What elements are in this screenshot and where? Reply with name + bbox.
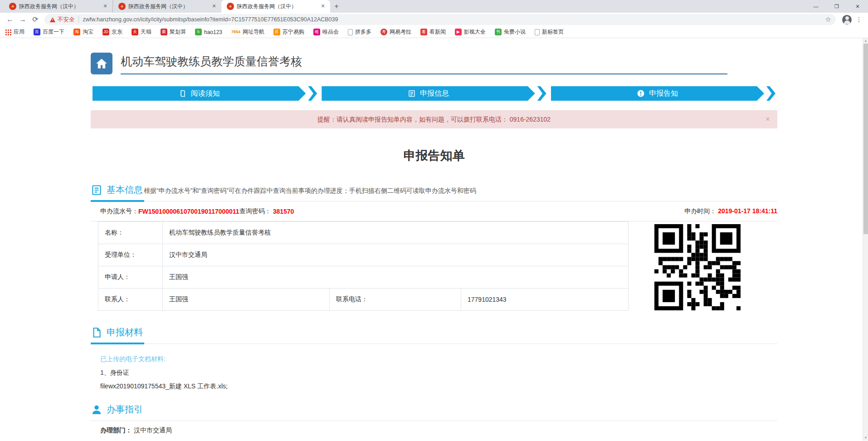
bookmark-item[interactable]: JD 京东: [102, 28, 122, 36]
profile-avatar[interactable]: [842, 15, 852, 24]
tab-close-icon[interactable]: ×: [319, 3, 327, 10]
bookmark-item[interactable]: h hao123: [195, 29, 222, 35]
browser-tab[interactable]: ★ 陕西政务服务网（汉中） ×: [221, 0, 330, 13]
tab-title: 陕西政务服务网（汉中）: [237, 3, 317, 10]
uploaded-materials-title: 已上传的电子文档材料:: [100, 355, 777, 363]
step-read-notice[interactable]: 阅读须知: [93, 86, 317, 101]
table-cell: 王国强: [163, 266, 629, 289]
alert-text: 提醒：请认真阅读申报告知单内容，如有问题，可以拨打联系电话： 0916-2623…: [317, 116, 551, 123]
bookmark-label: hao123: [204, 29, 222, 35]
table-cell: 王国强: [163, 289, 330, 311]
material-item: 1、身份证: [100, 369, 777, 377]
new-tab-button[interactable]: +: [330, 0, 343, 13]
bookmark-item[interactable]: 百 百度一下: [34, 28, 64, 36]
home-icon[interactable]: [91, 53, 112, 74]
table-cell: 联系电话：: [330, 289, 461, 311]
bookmark-label: 新标签页: [542, 28, 564, 36]
step-label: 阅读须知: [191, 89, 220, 98]
step-declare-info[interactable]: 申报信息: [322, 86, 546, 101]
table-cell: 机动车驾驶教练员教学质量信誉考核: [163, 222, 629, 244]
bookmark-item[interactable]: ▶ 影视大全: [455, 28, 486, 36]
reminder-alert: 提醒：请认真阅读申报告知单内容，如有问题，可以拨打联系电话： 0916-2623…: [91, 110, 777, 128]
tab-close-icon[interactable]: ×: [210, 3, 218, 10]
materials-list: 1、身份证filewx20190109175543_新建 XLS 工作表.xls…: [91, 369, 777, 391]
scroll-up-icon[interactable]: ▲: [863, 38, 868, 44]
reload-icon[interactable]: ⟳: [29, 13, 42, 26]
table-cell: 17791021343: [461, 289, 629, 311]
maximize-button[interactable]: ❐: [826, 0, 847, 13]
menu-dots-icon[interactable]: ⋮: [853, 13, 864, 26]
bookmark-favicon: ▶: [455, 29, 462, 35]
section-title: 申报材料: [107, 326, 143, 338]
materials-section-header: 申报材料: [91, 326, 777, 344]
bookmark-favicon: JD: [102, 29, 109, 35]
tab-title: 陕西政务服务网（汉中）: [128, 3, 208, 10]
tab-close-icon[interactable]: ×: [102, 3, 109, 10]
apply-time-label: 申办时间：: [684, 207, 716, 215]
scroll-down-icon[interactable]: ▼: [863, 435, 868, 441]
bookmark-favicon: 天: [132, 29, 138, 35]
table-row: 联系人： 王国强 联系电话： 17791021343: [98, 289, 629, 311]
bookmark-item[interactable]: 淘 淘宝: [73, 28, 93, 36]
bookmark-item[interactable]: 天 天猫: [132, 28, 151, 36]
security-warning-icon[interactable]: [50, 17, 55, 22]
bookmark-favicon: 百: [34, 29, 40, 35]
security-warning-label[interactable]: 不安全: [58, 16, 75, 24]
table-row: 名称： 机动车驾驶教练员教学质量信誉考核: [98, 222, 629, 244]
bookmark-item[interactable]: 看 看新闻: [420, 28, 446, 36]
exclamation-circle-icon: [637, 89, 645, 98]
step-label: 申报信息: [420, 89, 449, 98]
table-row: 受理单位： 汉中市交通局: [98, 244, 629, 266]
browser-tab[interactable]: ★ 陕西政务服务网（汉中） ×: [4, 0, 112, 13]
url-input[interactable]: 不安全 zwfw.hanzhong.gov.cn/icity/icity/sub…: [44, 14, 836, 25]
bookmark-label: 聚划算: [170, 28, 186, 36]
active-underline: [91, 343, 144, 344]
serial-label: 申办流水号：: [100, 207, 138, 216]
step-declare-notice[interactable]: 申报告知: [551, 86, 775, 101]
bookmark-item[interactable]: 考 网易考拉: [380, 28, 411, 36]
guide-section-header: 办事指引: [91, 403, 777, 421]
forward-icon[interactable]: →: [16, 13, 29, 26]
bookmark-item[interactable]: 聚 聚划算: [161, 28, 186, 36]
bookmark-favicon: [535, 29, 540, 35]
bookmark-item[interactable]: 应用: [5, 28, 24, 36]
bookmark-item[interactable]: 新标签页: [535, 28, 564, 36]
bookmark-label: 免费小说: [504, 28, 526, 36]
scrollbar-thumb[interactable]: [863, 44, 868, 234]
bookmark-label: 拼多多: [355, 28, 371, 36]
bookmark-label: 网易考拉: [390, 28, 411, 36]
bookmark-item[interactable]: 书 免费小说: [495, 28, 526, 36]
document-title: 申报告知单: [91, 147, 777, 164]
guide-label: 办理部门：: [100, 426, 132, 434]
back-icon[interactable]: ←: [4, 13, 16, 26]
window-controls: — ❐ ✕: [805, 0, 868, 13]
guide-list: 办理部门： 汉中市交通局 工作时间： 正常工作日内。夏季（7-8月）：8:00-…: [91, 426, 777, 441]
bookmark-label: 影视大全: [464, 28, 486, 36]
bookmark-item[interactable]: 拼多多: [348, 28, 371, 36]
basic-info-section-header: 基本信息 根据“申办流水号”和“查询密码”可在办件跟踪中查询当前事项的办理进度；…: [91, 184, 777, 201]
bookmark-item[interactable]: 7654 网址导航: [231, 28, 264, 36]
tab-bar: ★ 陕西政务服务网（汉中） × ★ 陕西政务服务网（汉中） × ★ 陕西政务服务…: [0, 0, 868, 13]
bookmark-star-icon[interactable]: ☆: [825, 15, 831, 24]
bookmark-label: 苏宁易购: [283, 28, 304, 36]
minimize-button[interactable]: —: [805, 0, 826, 13]
close-button[interactable]: ✕: [847, 0, 868, 13]
document-icon: [91, 327, 102, 338]
material-item: filewx20190109175543_新建 XLS 工作表.xls;: [100, 382, 777, 391]
url-text[interactable]: zwfw.hanzhong.gov.cn/icity/icity/submits…: [83, 16, 822, 23]
bookmark-favicon: [5, 29, 11, 35]
page-title: 机动车驾驶教练员教学质量信誉考核: [121, 55, 302, 68]
bookmark-item[interactable]: 唯 唯品会: [313, 28, 339, 36]
bookmark-label: 天猫: [141, 28, 151, 36]
tab-favicon: ★: [227, 3, 234, 10]
browser-tab[interactable]: ★ 陕西政务服务网（汉中） ×: [112, 0, 221, 13]
alert-close-icon[interactable]: ×: [766, 110, 770, 128]
serial-row: 申办流水号： FW15010000610700190117000011 查询密码…: [91, 201, 777, 221]
chevron-right-icon: [766, 86, 775, 101]
scrollbar[interactable]: ▲ ▼: [863, 38, 868, 441]
table-cell: 申请人：: [98, 266, 163, 289]
bookmark-item[interactable]: 苏 苏宁易购: [273, 28, 304, 36]
bookmark-label: 京东: [112, 28, 122, 36]
guide-value: 正常工作日内。夏季（7-8月）：8:00-12:00 15:00-18:00 其…: [134, 440, 343, 441]
table-row: 申请人： 王国强: [98, 266, 629, 289]
